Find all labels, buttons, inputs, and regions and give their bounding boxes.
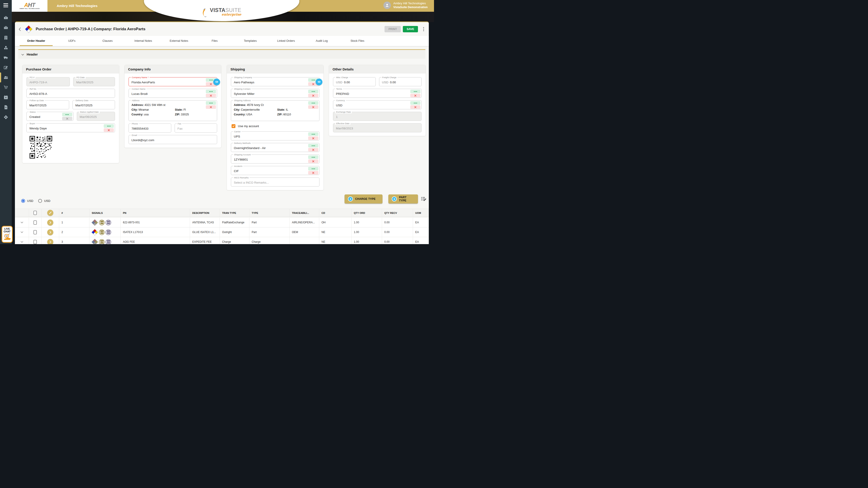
delivery-date-field[interactable]: Delivery Date Mar/07/2025 [72, 100, 115, 109]
los-document-icon[interactable]: LOS [105, 239, 111, 245]
contact-name-field[interactable]: Contact Name Lucas Brodi [129, 89, 217, 98]
buyer-clear-button[interactable] [104, 128, 114, 132]
carrier-clear-button[interactable] [308, 136, 318, 140]
delivery-methods-field[interactable]: Delivery Methods OvernightStandard - Air [231, 143, 319, 152]
ref-no-field[interactable]: Ref No AHSO-878-A [26, 89, 115, 98]
buyer-field[interactable]: Buyer Wendy Daye [26, 123, 115, 132]
row-checkbox[interactable] [33, 220, 37, 225]
tab-external-notes[interactable]: External Notes [161, 36, 197, 46]
currency-lookup-button[interactable] [410, 101, 421, 105]
lor-document-icon[interactable]: LOR [99, 229, 104, 235]
shipping-contact-clear-button[interactable] [308, 94, 318, 97]
address-clear-button[interactable] [206, 105, 216, 109]
currency-radio-selected[interactable] [21, 199, 25, 203]
sidebar-item-purchasing[interactable] [0, 85, 12, 90]
tab-linked-orders[interactable]: Linked Orders [268, 36, 304, 46]
sidebar-item-shipping[interactable] [0, 55, 12, 60]
select-all-checkbox[interactable] [33, 211, 37, 215]
expand-row-icon[interactable] [21, 240, 23, 243]
los-document-icon[interactable]: LOS [105, 229, 111, 235]
tab-clauses[interactable]: Clauses [90, 36, 125, 46]
status-lookup-button[interactable] [62, 113, 72, 116]
hamburger-menu-icon[interactable] [3, 3, 8, 8]
open-line-button[interactable] [47, 220, 53, 226]
freight-charge-field[interactable]: Freight Charge USD0.00 [379, 77, 422, 86]
add-charge-type-button[interactable]: CHARGE TYPE [344, 194, 382, 203]
delivery-methods-lookup-button[interactable] [308, 144, 318, 148]
shipping-company-field[interactable]: Shipping Company Aero Pathways [231, 77, 319, 86]
inco-remarks-field[interactable]: INCO Remarks Select a INCO Remarks... [231, 177, 319, 187]
terms-clear-button[interactable] [410, 94, 421, 97]
currency-radio-unselected[interactable] [38, 199, 42, 203]
incoterm-lookup-button[interactable] [308, 167, 318, 170]
edit-lines-button[interactable] [47, 210, 53, 216]
currency-field[interactable]: Currency USD [333, 100, 422, 109]
currency-clear-button[interactable] [410, 105, 421, 109]
shipping-account-lookup-button[interactable] [308, 155, 318, 159]
company-view-button[interactable] [213, 78, 220, 85]
sidebar-item-company[interactable] [0, 35, 12, 40]
shipping-address-field[interactable]: Shipping Address Address: 4578 Ivory Ct … [231, 100, 319, 121]
shipping-account-clear-button[interactable] [308, 159, 318, 163]
tab-udfs[interactable]: UDFs [54, 36, 90, 46]
use-my-account-checkbox[interactable] [231, 124, 236, 128]
save-button[interactable]: SAVE [403, 26, 418, 32]
tab-internal-notes[interactable]: Internal Notes [125, 36, 161, 46]
lor-document-icon[interactable]: LOR [99, 220, 104, 225]
sidebar-item-orders[interactable] [0, 65, 12, 70]
tab-stock-files[interactable]: Stock Files [340, 36, 375, 46]
incoterm-field[interactable]: Incoterm CIF [231, 166, 319, 175]
sidebar-item-settings[interactable] [0, 115, 12, 120]
status-field[interactable]: Status Created [26, 112, 73, 121]
expand-row-icon[interactable] [21, 231, 23, 234]
email-field[interactable]: Email Lbordi@xyz.com [129, 135, 217, 144]
tab-templates[interactable]: Templates [232, 36, 268, 46]
user-menu[interactable]: Ambry Hill Technologies VistaSuite Demon… [383, 1, 428, 9]
row-checkbox[interactable] [33, 240, 37, 244]
sidebar-item-inventory[interactable] [0, 45, 12, 50]
sidebar-item-toolbox[interactable] [0, 15, 12, 20]
follow-up-date-field[interactable]: Follow up Date Mar/07/2025 [26, 100, 69, 109]
shipping-contact-lookup-button[interactable] [308, 90, 318, 93]
print-button[interactable]: PRINT [384, 26, 401, 32]
shipping-address-clear-button[interactable] [308, 105, 318, 109]
sidebar-item-pos-active[interactable] [0, 75, 12, 80]
add-part-type-button[interactable]: PART TYPE [389, 194, 418, 203]
misc-charge-field[interactable]: Misc Charge USD0.00 [333, 77, 376, 86]
row-checkbox[interactable] [33, 230, 37, 234]
terms-field[interactable]: Terms PREPAID [333, 89, 422, 98]
open-line-button[interactable] [47, 239, 53, 245]
phone-field[interactable]: Phone 7865554433 [129, 124, 171, 133]
tab-order-header[interactable]: Order Header [18, 36, 54, 46]
fax-field[interactable]: Fax Fax [175, 124, 217, 133]
column-settings-icon[interactable] [421, 196, 427, 202]
shipping-account-field[interactable]: Shipping Account 1ZY98801 [231, 155, 319, 163]
shipping-address-lookup-button[interactable] [308, 101, 318, 105]
sidebar-item-documents[interactable] [0, 105, 12, 110]
back-button[interactable] [19, 26, 23, 32]
live-chat-button[interactable]: LIVE CHAT [2, 226, 13, 243]
address-lookup-button[interactable] [206, 101, 216, 105]
company-address-field[interactable]: Address Address: 4321 SW 49th st City: M… [129, 100, 217, 121]
expand-row-icon[interactable] [21, 221, 23, 224]
company-name-field[interactable]: Company Name * Florida AeroParts [129, 77, 217, 86]
terms-lookup-button[interactable] [410, 90, 421, 93]
open-line-button[interactable] [47, 229, 53, 235]
carrier-lookup-button[interactable] [308, 132, 318, 136]
lor-document-icon[interactable]: LOR [99, 239, 104, 245]
header-section-toggle[interactable]: Header [18, 49, 426, 59]
sidebar-item-schedule[interactable] [0, 95, 12, 100]
los-document-icon[interactable]: LOS [105, 220, 111, 225]
delivery-methods-clear-button[interactable] [308, 148, 318, 152]
more-options-icon[interactable] [422, 27, 426, 31]
shipping-contact-field[interactable]: Shipping Contact Sylvester Miller [231, 89, 319, 98]
carrier-field[interactable]: Carrier UPS [231, 131, 319, 140]
contact-lookup-button[interactable] [206, 90, 216, 93]
buyer-lookup-button[interactable] [104, 124, 114, 128]
tab-files[interactable]: Files [197, 36, 232, 46]
shipping-company-view-button[interactable] [316, 78, 322, 85]
tab-audit-log[interactable]: Audit Log [304, 36, 340, 46]
contact-clear-button[interactable] [206, 94, 216, 97]
sidebar-item-toolbox-2[interactable] [0, 25, 12, 30]
incoterm-clear-button[interactable] [308, 171, 318, 174]
